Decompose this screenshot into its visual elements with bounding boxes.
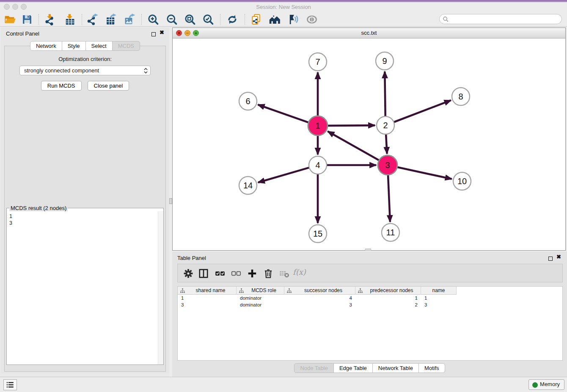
table-cell[interactable]: 3 xyxy=(178,301,237,308)
memory-button[interactable]: Memory xyxy=(528,379,564,390)
result-line: 1 xyxy=(9,213,155,220)
table-cell[interactable]: 1 xyxy=(178,295,237,301)
graph-node-7[interactable]: 7 xyxy=(309,53,327,71)
import-table-icon[interactable] xyxy=(64,14,76,25)
function-builder-icon[interactable]: f(x) xyxy=(293,268,306,276)
column-header-name[interactable]: name xyxy=(421,287,457,295)
table-toolbar: f(x) xyxy=(177,264,563,282)
zoom-in-icon[interactable] xyxy=(147,14,159,25)
search-icon xyxy=(443,16,449,22)
tab-style[interactable]: Style xyxy=(62,41,86,51)
graph-node-2[interactable]: 2 xyxy=(377,116,394,134)
mcds-result-box: MCDS result (2 nodes) 13 xyxy=(6,205,164,365)
zoom-selected-icon[interactable] xyxy=(202,14,214,25)
show-columns-icon[interactable] xyxy=(198,268,209,279)
table-panel: Table Panel ✖ f(x) shared nameMCDS roles… xyxy=(172,252,567,377)
tab-network[interactable]: Network xyxy=(30,41,62,51)
table-cell[interactable]: dominator xyxy=(237,295,284,301)
refresh-layout-icon[interactable] xyxy=(226,14,238,25)
graph-node-9[interactable]: 9 xyxy=(376,52,394,70)
graph-edge-3-10 xyxy=(397,167,451,179)
graph-node-8[interactable]: 8 xyxy=(452,88,470,105)
table-cell[interactable]: 1 xyxy=(421,295,457,301)
column-header-successor-nodes[interactable]: successor nodes xyxy=(284,287,355,295)
criterion-select[interactable]: strongly connected component xyxy=(19,66,151,75)
graph-node-15[interactable]: 15 xyxy=(309,225,327,243)
graph-edge-1-6 xyxy=(258,105,309,122)
tab-network-table[interactable]: Network Table xyxy=(372,363,419,373)
export-image-icon[interactable] xyxy=(124,14,135,25)
control-panel-tabs: NetworkStyleSelectMCDS xyxy=(1,41,169,51)
network-graph: 7968124314101511 xyxy=(173,39,565,250)
toolbar-separator xyxy=(82,14,82,25)
tab-motifs[interactable]: Motifs xyxy=(418,363,445,373)
column-header-MCDS-role[interactable]: MCDS role xyxy=(237,287,284,295)
mcds-result-title: MCDS result (2 nodes) xyxy=(9,205,68,211)
close-panel-button[interactable]: Close panel xyxy=(88,81,129,91)
save-session-icon[interactable] xyxy=(21,14,33,25)
import-network-icon[interactable] xyxy=(44,14,56,25)
table-cell[interactable]: 3 xyxy=(284,301,355,308)
graph-node-1[interactable]: 1 xyxy=(308,116,328,135)
open-session-icon[interactable] xyxy=(4,14,16,25)
table-cell[interactable]: dominator xyxy=(237,301,284,308)
network-canvas[interactable]: 7968124314101511 xyxy=(173,39,565,250)
deselect-all-rows-icon[interactable] xyxy=(231,268,242,279)
graph-node-10[interactable]: 10 xyxy=(453,172,471,190)
graph-node-14[interactable]: 14 xyxy=(239,177,257,194)
table-cell[interactable]: 1 xyxy=(355,295,421,301)
table-mode-gear-icon[interactable] xyxy=(183,268,194,279)
svg-text:4: 4 xyxy=(315,160,320,170)
tab-select[interactable]: Select xyxy=(85,41,113,51)
result-scrollbar[interactable] xyxy=(158,211,163,364)
add-column-icon[interactable] xyxy=(247,268,258,279)
svg-text:11: 11 xyxy=(386,228,395,237)
close-table-panel-icon[interactable]: ✖ xyxy=(556,255,561,259)
task-history-button[interactable] xyxy=(3,379,17,390)
export-network-icon[interactable] xyxy=(87,14,99,25)
splitter-grip[interactable] xyxy=(169,198,172,204)
table-row[interactable]: 3dominator323 xyxy=(178,301,562,308)
delete-table-icon[interactable] xyxy=(279,268,290,279)
graph-node-3[interactable]: 3 xyxy=(378,155,397,175)
first-neighbors-icon[interactable] xyxy=(269,14,281,25)
list-icon xyxy=(6,380,15,389)
clone-network-icon[interactable] xyxy=(250,14,262,25)
table-row[interactable]: 1dominator411 xyxy=(178,295,562,301)
column-header-predecessor-nodes[interactable]: predecessor nodes xyxy=(355,287,421,295)
export-table-icon[interactable] xyxy=(105,14,117,25)
control-panel-title: Control Panel xyxy=(6,30,39,37)
graph-node-6[interactable]: 6 xyxy=(239,92,257,110)
table-cell[interactable]: 4 xyxy=(284,295,355,301)
status-bar: Memory xyxy=(0,377,567,392)
graph-edge-2-9 xyxy=(385,72,385,116)
zoom-fit-icon[interactable] xyxy=(184,14,196,25)
graph-edge-1-2 xyxy=(328,125,375,126)
show-hide-style-icon[interactable] xyxy=(287,14,299,25)
svg-text:1: 1 xyxy=(315,121,320,130)
show-hide-graphics-details-icon[interactable] xyxy=(306,14,318,25)
mcds-result-text[interactable]: 13 xyxy=(7,212,157,364)
zoom-out-icon[interactable] xyxy=(166,14,178,25)
float-panel-icon[interactable] xyxy=(151,30,156,38)
delete-columns-icon[interactable] xyxy=(263,268,274,279)
toolbar-separator xyxy=(39,14,39,25)
network-window-titlebar[interactable]: ✕ − + scc.txt xyxy=(173,28,565,39)
column-header-shared-name[interactable]: shared name xyxy=(178,287,237,295)
tab-node-table[interactable]: Node Table xyxy=(294,363,334,373)
network-window: ✕ − + scc.txt 7968124314101511 xyxy=(172,28,566,251)
graph-node-4[interactable]: 4 xyxy=(309,156,327,174)
table-cell[interactable]: 2 xyxy=(355,301,421,308)
tab-edge-table[interactable]: Edge Table xyxy=(333,363,373,373)
float-table-panel-icon[interactable] xyxy=(548,255,553,262)
tab-mcds[interactable]: MCDS xyxy=(112,41,140,51)
select-all-rows-icon[interactable] xyxy=(215,268,226,279)
close-panel-icon[interactable]: ✖ xyxy=(160,30,164,35)
svg-text:7: 7 xyxy=(315,57,320,66)
run-mcds-button[interactable]: Run MCDS xyxy=(41,81,82,91)
window-resize-grip[interactable] xyxy=(365,248,371,251)
graph-node-11[interactable]: 11 xyxy=(382,224,399,241)
search-input[interactable] xyxy=(451,15,558,23)
table-cell[interactable]: 3 xyxy=(421,301,457,308)
vertical-splitter[interactable] xyxy=(169,28,172,377)
